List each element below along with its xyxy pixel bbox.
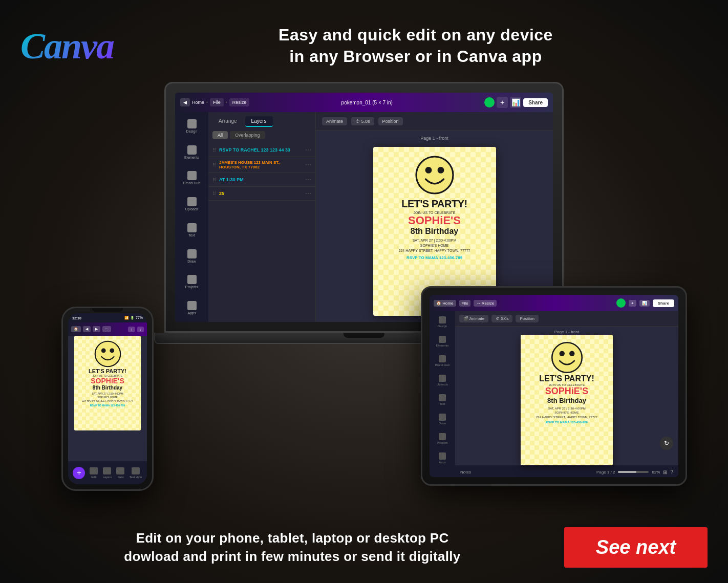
phone-toolbar: + Edit Layers Font Text bbox=[68, 461, 147, 484]
tablet-resize-btn[interactable]: ↔ Resize bbox=[474, 300, 497, 307]
layer-label: AT 1:30 PM bbox=[219, 177, 302, 182]
svg-point-1 bbox=[425, 167, 432, 174]
desc-line1: Edit on your phone, tablet, laptop or de… bbox=[20, 529, 564, 547]
tablet-help-btn[interactable]: ? bbox=[670, 469, 673, 475]
share-button[interactable]: Share bbox=[523, 98, 548, 107]
phone-bday: 8th Birthday bbox=[93, 385, 122, 391]
tablet-design[interactable]: Design bbox=[434, 314, 451, 330]
tab-arrange[interactable]: Arrange bbox=[212, 116, 243, 127]
phone-tool-font[interactable]: Font bbox=[116, 467, 124, 479]
layers-icon bbox=[103, 467, 111, 474]
tablet-elements[interactable]: Elements bbox=[434, 334, 451, 349]
topbar-home-label[interactable]: Home bbox=[192, 100, 204, 105]
tablet-device: 🏠 Home File ↔ Resize + 📊 Share Design bbox=[421, 286, 687, 486]
phone-dl-btn[interactable]: ↓ bbox=[137, 327, 144, 332]
layer-item-address[interactable]: ⠿ JAMES'S HOUSE 123 MAIN ST., HOUSTON, T… bbox=[208, 157, 315, 173]
notes-button[interactable]: Notes bbox=[460, 470, 471, 474]
tablet-home-btn[interactable]: 🏠 Home bbox=[434, 300, 456, 307]
duration-btn[interactable]: ⏱ 5.0s bbox=[351, 117, 374, 125]
layer-menu-icon[interactable]: ⋯ bbox=[305, 176, 311, 183]
layer-item-time[interactable]: ⠿ AT 1:30 PM ⋯ bbox=[208, 173, 315, 187]
sidebar-projects[interactable]: Projects bbox=[182, 272, 202, 292]
tablet-draw[interactable]: Draw bbox=[434, 412, 451, 427]
phone-home-btn[interactable]: 🏠 bbox=[71, 326, 81, 332]
phone-back-btn[interactable]: ◀ bbox=[83, 326, 91, 332]
page-indicator: Page 1 - front bbox=[420, 136, 448, 141]
tablet-screen: 🏠 Home File ↔ Resize + 📊 Share Design bbox=[430, 295, 678, 477]
topbar-divider2: • bbox=[226, 100, 227, 105]
phone-canvas-area: LET'S PARTY! JOIN US TO CELEBRATE SOPHiE… bbox=[68, 336, 147, 461]
party-bday-laptop: 8th Birthday bbox=[411, 227, 458, 236]
tablet-share-btn[interactable]: Share bbox=[653, 299, 674, 307]
tablet-view-btn[interactable]: ⊞ bbox=[663, 469, 667, 475]
phone-invite-card: LET'S PARTY! JOIN US TO CELEBRATE SOPHiE… bbox=[74, 336, 141, 430]
animate-btn[interactable]: Animate bbox=[322, 117, 347, 125]
tablet-text[interactable]: Text bbox=[434, 392, 451, 407]
phone-body: 12:10 📶 🔋 77% 🏠 ◀ ▶ ⋯ ↑ ↓ bbox=[61, 307, 154, 491]
tablet-page-controls: Page 1 / 2 82% ⊞ ? bbox=[596, 469, 673, 475]
sidebar-text[interactable]: Text bbox=[182, 220, 202, 240]
sidebar-brandhub[interactable]: Brand Hub bbox=[182, 168, 202, 188]
topbar-resize[interactable]: Resize bbox=[229, 98, 250, 106]
sidebar-uploads[interactable]: Uploads bbox=[182, 194, 202, 214]
card-content: LET'S PARTY! JOIN US TO CELEBRATE SOPHiE… bbox=[373, 147, 496, 265]
layer-item-rsvp[interactable]: ⠿ RSVP TO RACHEL 123 123 44 33 ⋯ bbox=[208, 143, 315, 157]
tablet-refresh-btn[interactable]: ↻ bbox=[660, 437, 673, 450]
tablet-page-info: Page 1 / 2 bbox=[596, 470, 615, 474]
draw-icon bbox=[439, 414, 446, 421]
tablet-apps[interactable]: Apps bbox=[434, 450, 451, 466]
sidebar-elements[interactable]: Elements bbox=[182, 142, 202, 162]
topbar-chart-icon[interactable]: 📊 bbox=[510, 97, 521, 108]
phone-forward-btn[interactable]: ▶ bbox=[93, 326, 100, 332]
apps-label: Apps bbox=[439, 461, 446, 464]
layer-menu-icon[interactable]: ⋯ bbox=[305, 146, 311, 154]
topbar-left: ◀ Home • File • Resize bbox=[180, 98, 249, 106]
layer-label: 25 bbox=[219, 191, 302, 196]
layer-menu-icon[interactable]: ⋯ bbox=[305, 190, 311, 197]
filter-all[interactable]: All bbox=[212, 131, 228, 139]
layer-menu-icon[interactable]: ⋯ bbox=[305, 161, 311, 168]
tablet-animate-btn[interactable]: 🎬 Animate bbox=[459, 315, 488, 322]
tablet-invite-card: LET'S PARTY! JOIN US TO CELEBRATE SOPHiE… bbox=[521, 335, 613, 465]
phone-tool-layers[interactable]: Layers bbox=[102, 467, 112, 479]
tab-layers[interactable]: Layers bbox=[245, 116, 273, 127]
topbar-plus-icon[interactable]: + bbox=[497, 97, 508, 108]
uploads-icon bbox=[439, 375, 446, 382]
tablet-projects[interactable]: Projects bbox=[434, 431, 451, 446]
phone-smiley bbox=[94, 340, 122, 368]
tablet-uploads[interactable]: Uploads bbox=[434, 373, 451, 388]
uploads-label: Uploads bbox=[437, 383, 448, 386]
position-btn[interactable]: Position bbox=[378, 117, 403, 125]
text-label: Text bbox=[439, 402, 445, 405]
tablet-duration-btn[interactable]: ⏱ 5.0s bbox=[491, 315, 512, 322]
topbar-divider: • bbox=[206, 100, 208, 105]
party-date: SAT, APR 27 | 2:30-4:00PM bbox=[399, 238, 470, 243]
topbar-back-btn[interactable]: ◀ bbox=[180, 98, 190, 106]
tablet-chart-btn[interactable]: 📊 bbox=[639, 300, 650, 307]
text-icon bbox=[439, 394, 446, 401]
tablet-file-btn[interactable]: File bbox=[459, 300, 471, 307]
sidebar-design[interactable]: Design bbox=[182, 116, 202, 136]
phone-party-title: LET'S PARTY! bbox=[89, 368, 126, 374]
sidebar-draw[interactable]: Draw bbox=[182, 246, 202, 266]
tablet-position-btn[interactable]: Position bbox=[516, 315, 538, 322]
topbar-file[interactable]: File bbox=[210, 98, 224, 106]
draw-icon bbox=[187, 249, 197, 258]
phone-tool-textstyle[interactable]: Text style bbox=[129, 467, 142, 479]
layer-item-number[interactable]: ⠿ 25 ⋯ bbox=[208, 187, 315, 201]
phone-menu-btn[interactable]: ⋯ bbox=[102, 326, 111, 332]
phone-add-btn[interactable]: + bbox=[73, 467, 85, 479]
see-next-button[interactable]: See next bbox=[564, 527, 708, 568]
phone-share-btn[interactable]: ↑ bbox=[128, 327, 135, 332]
canva-topbar-laptop: ◀ Home • File • Resize pokemon_01 (5 × 7… bbox=[175, 93, 553, 112]
tablet-plus-btn[interactable]: + bbox=[629, 300, 636, 307]
tablet-details: SAT, APR 27 | 2:30-4:00PM SOPHIE'S HOME … bbox=[536, 406, 597, 419]
edit-label: Edit bbox=[91, 476, 96, 479]
sidebar-apps[interactable]: Apps bbox=[182, 298, 202, 318]
tablet-brandhub[interactable]: Brand Hub bbox=[434, 353, 451, 369]
tablet-card-content: LET'S PARTY! JOIN US TO CELEBRATE SOPHiE… bbox=[521, 335, 613, 428]
phone-tool-edit[interactable]: Edit bbox=[90, 467, 98, 479]
filter-overlapping[interactable]: Overlapping bbox=[230, 131, 265, 139]
tablet-canvas-area: Page 1 - front bbox=[455, 327, 678, 465]
design-icon bbox=[187, 119, 197, 128]
